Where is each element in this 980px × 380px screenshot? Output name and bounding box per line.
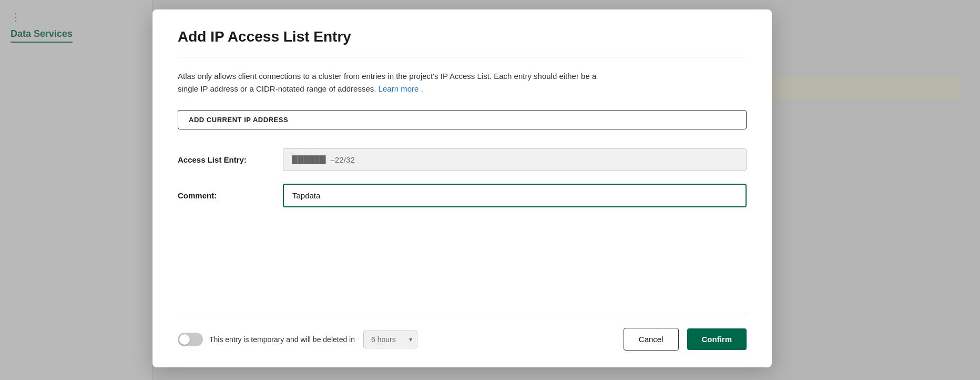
modal-description-end: . bbox=[421, 84, 423, 93]
modal-divider bbox=[178, 57, 747, 57]
temporary-toggle-container: This entry is temporary and will be dele… bbox=[178, 333, 355, 346]
modal-footer: This entry is temporary and will be dele… bbox=[178, 315, 747, 351]
add-current-ip-button[interactable]: ADD CURRENT IP ADDRESS bbox=[178, 110, 747, 129]
add-ip-modal: Add IP Access List Entry Atlas only allo… bbox=[152, 9, 772, 367]
toggle-label: This entry is temporary and will be dele… bbox=[209, 335, 355, 344]
confirm-button[interactable]: Confirm bbox=[687, 328, 747, 350]
access-list-entry-row: Access List Entry: bbox=[178, 148, 747, 171]
access-list-label: Access List Entry: bbox=[178, 155, 283, 164]
cancel-button[interactable]: Cancel bbox=[624, 328, 679, 351]
comment-row: Comment: bbox=[178, 184, 747, 207]
hours-select-wrapper: 1 hour 6 hours 12 hours 24 hours 1 week bbox=[363, 331, 417, 348]
add-ip-btn-label: ADD CURRENT IP ADDRESS bbox=[189, 116, 288, 124]
learn-more-link[interactable]: Learn more bbox=[379, 84, 419, 93]
form-section: Access List Entry: Comment: bbox=[178, 148, 747, 298]
cancel-label: Cancel bbox=[639, 335, 663, 344]
temporary-toggle[interactable] bbox=[178, 333, 203, 346]
confirm-label: Confirm bbox=[702, 335, 732, 344]
toggle-thumb bbox=[179, 334, 190, 345]
comment-label: Comment: bbox=[178, 191, 283, 200]
modal-title: Add IP Access List Entry bbox=[178, 28, 747, 45]
hours-select[interactable]: 1 hour 6 hours 12 hours 24 hours 1 week bbox=[363, 331, 417, 348]
comment-input[interactable] bbox=[283, 184, 747, 207]
access-list-input[interactable] bbox=[283, 148, 747, 171]
modal-description: Atlas only allows client connections to … bbox=[178, 70, 609, 95]
